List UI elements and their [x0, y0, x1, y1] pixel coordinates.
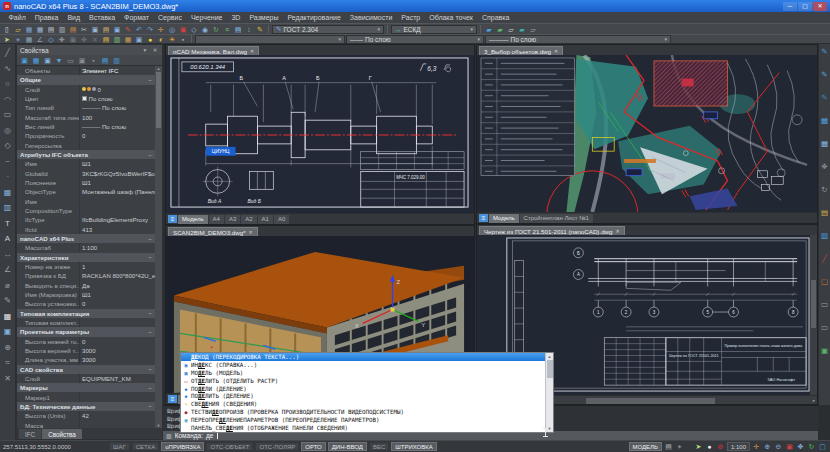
lamp-icon[interactable]: ●: [705, 442, 714, 451]
paper-space-icon[interactable]: ▤: [664, 442, 673, 451]
pan-icon[interactable]: ✛: [156, 25, 166, 34]
property-value[interactable]: Элемент IFC: [79, 66, 155, 75]
property-value[interactable]: [79, 206, 155, 215]
command-suggestion[interactable]: ▭ ОТДЕЛИТЬ (ОТДЕЛИТЬ РАСТР): [181, 377, 545, 385]
collapse-icon[interactable]: −: [148, 329, 152, 335]
zoom-box-icon[interactable]: ▣: [785, 442, 794, 451]
menu-item[interactable]: Растр: [397, 12, 425, 23]
property-section-header[interactable]: Атрибуты IFC объекта −: [17, 150, 155, 159]
settings-icon[interactable]: ▤: [101, 56, 110, 65]
model-space-button[interactable]: МОДЕЛЬ: [629, 442, 662, 451]
arc-tool-icon[interactable]: ◠: [2, 93, 14, 107]
status-toggle[interactable]: ОТС-ОБЪЕКТ: [206, 442, 253, 451]
sheet-menu-icon[interactable]: ≡: [168, 395, 177, 403]
erase-icon[interactable]: ✕: [90, 35, 100, 44]
hatch-tool-icon[interactable]: ▦: [2, 186, 14, 200]
snap-icon[interactable]: ⌖: [13, 35, 23, 44]
vertical-scrollbar[interactable]: [810, 235, 817, 395]
redline-brush-icon[interactable]: ✎: [820, 93, 830, 103]
save-icon[interactable]: ▦: [24, 25, 34, 34]
polar-icon[interactable]: ∠: [35, 35, 45, 44]
redline-pencil-icon[interactable]: ✎: [820, 47, 830, 57]
sun-icon[interactable]: ☀: [167, 35, 177, 44]
properties-scrollbar[interactable]: ▲ ▼: [155, 66, 162, 428]
scrollbar-thumb[interactable]: [156, 72, 161, 128]
zoom-out-icon[interactable]: ⊖: [774, 442, 783, 451]
menu-item[interactable]: Вид: [63, 12, 85, 23]
refresh-icon[interactable]: ↻: [807, 442, 816, 451]
bulb-dim-icon[interactable]: ◐: [156, 35, 166, 44]
property-value[interactable]: EQUIPMENT_KM: [79, 374, 155, 383]
bulb-on-icon[interactable]: ●: [145, 35, 155, 44]
grid-panel-icon[interactable]: ▦: [820, 139, 830, 149]
dim-angle-tool-icon[interactable]: ∠: [2, 263, 14, 277]
property-value[interactable]: 3000: [79, 355, 155, 364]
sheet-tab[interactable]: Модель: [489, 214, 519, 223]
filter-icon[interactable]: ▼: [55, 56, 64, 65]
status-toggle[interactable]: ОТС-ПОЛЯР: [255, 442, 299, 451]
property-value[interactable]: ——— По слою: [79, 122, 155, 131]
property-value[interactable]: 0: [79, 337, 155, 346]
select-cursor-icon[interactable]: ➤: [2, 35, 12, 44]
frame-icon[interactable]: ▢: [820, 277, 830, 287]
scroll-down-icon[interactable]: ▼: [157, 423, 161, 428]
erase-tool-icon[interactable]: ✕: [2, 372, 14, 386]
close-icon[interactable]: ✕: [250, 48, 254, 54]
scrollbar-thumb[interactable]: [586, 398, 715, 404]
notebook-icon[interactable]: ▤: [820, 208, 830, 218]
command-suggestion[interactable]: ◆ ПОДЕЛИТЬ (ДЕЛЕНИЕ): [181, 393, 545, 401]
scrollbar-thumb[interactable]: [811, 280, 816, 328]
menu-item[interactable]: Черчение: [186, 12, 227, 23]
rotate-view-icon[interactable]: ↻: [820, 185, 830, 195]
status-toggle[interactable]: СЕТКА: [132, 442, 160, 451]
property-value[interactable]: 413: [79, 225, 155, 234]
property-value[interactable]: 0: [79, 299, 155, 308]
command-suggestion[interactable]: ▣ ИНДЕКС (СПРАВКА...): [181, 361, 545, 369]
pin-value-icon[interactable]: ▪: [89, 56, 98, 65]
collapse-icon[interactable]: −: [148, 254, 152, 260]
menu-item[interactable]: Зависимости: [345, 12, 396, 23]
command-suggestion[interactable]: ▦ МОДЕЛЬ (МОДЕЛЬ): [181, 369, 545, 377]
doc-tab-mechanika[interactable]: nCAD Механика. Вал.dwg ✕: [168, 46, 259, 55]
layers-list-icon[interactable]: ▤: [101, 35, 111, 44]
menu-item[interactable]: Сервис: [153, 12, 186, 23]
property-value[interactable]: 100: [79, 113, 155, 122]
close-icon[interactable]: ✕: [554, 48, 558, 54]
paste-icon[interactable]: ▤: [101, 25, 111, 34]
save-all-icon[interactable]: ▦: [35, 25, 45, 34]
property-value[interactable]: 0: [79, 85, 155, 94]
info-panel-icon[interactable]: ▥: [820, 231, 830, 241]
move-icon[interactable]: ✥: [79, 35, 89, 44]
sheet-tab[interactable]: Стройгенплан Лист №1: [520, 214, 593, 223]
property-section-header[interactable]: Характеристики −: [17, 253, 155, 262]
sheet-tab[interactable]: А0: [274, 215, 289, 224]
publish-icon[interactable]: ▤: [68, 25, 78, 34]
close-panel-icon[interactable]: ✕: [151, 47, 159, 53]
spline-tool-icon[interactable]: ~: [2, 155, 14, 169]
osnap-icon[interactable]: ◇: [46, 35, 56, 44]
mtext-tool-icon[interactable]: A: [2, 232, 14, 246]
menu-item[interactable]: Размеры: [245, 12, 283, 23]
copy-value-icon[interactable]: ▣: [78, 56, 87, 65]
block-tool-icon[interactable]: ▣: [2, 325, 14, 339]
properties-tab[interactable]: Свойства: [42, 429, 82, 439]
polygon-tool-icon[interactable]: ◇: [2, 139, 14, 153]
collapse-icon[interactable]: −: [148, 152, 152, 158]
property-section-header[interactable]: Общие −: [17, 75, 155, 84]
notes-icon[interactable]: ▣: [134, 35, 144, 44]
status-toggle[interactable]: ОРТО: [301, 442, 325, 451]
scroll-right-icon[interactable]: ▸: [813, 398, 815, 403]
collapse-icon[interactable]: −: [148, 236, 152, 242]
help-icon[interactable]: ▥: [112, 56, 121, 65]
menu-item[interactable]: Редактирование: [283, 12, 345, 23]
palette-icon[interactable]: ▦: [820, 116, 830, 126]
doc-tab-gost[interactable]: Чертеж из ГОСТ 21.501-2011 (nanoCAD).dwg…: [479, 226, 625, 235]
copy-props-icon[interactable]: ▣: [112, 25, 122, 34]
preview-icon[interactable]: ▥: [57, 25, 67, 34]
property-value[interactable]: Ш1: [79, 159, 155, 168]
leader-tool-icon[interactable]: ✎: [2, 294, 14, 308]
close-button[interactable]: ✕: [813, 2, 827, 11]
property-value[interactable]: 0: [79, 131, 155, 140]
property-value[interactable]: 1:100: [79, 243, 155, 252]
sheet-b-icon[interactable]: ▭: [820, 323, 830, 333]
